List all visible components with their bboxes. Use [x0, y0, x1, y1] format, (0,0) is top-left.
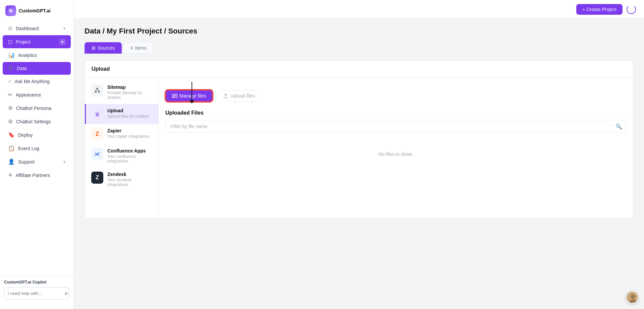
down-arrow	[190, 82, 194, 104]
upload-icon	[91, 108, 103, 120]
copilot-section: CustomGPT.ai Copilot ➤	[0, 275, 73, 304]
sidebar-nav: ⊙ Dashboard ▾ ◻ Project ▾ 📊 Analytics 🗄 …	[0, 21, 73, 275]
zapier-desc: Your zapier integrations.	[107, 134, 151, 139]
file-filter-input[interactable]	[165, 120, 626, 133]
main-panel: Upload	[85, 60, 633, 219]
appearance-icon: ✏	[8, 91, 12, 98]
zendesk-info: Zendesk Your zendesk integrations.	[107, 172, 153, 187]
search-icon: 🔍	[615, 123, 622, 130]
sidebar-item-affiliate-partners[interactable]: ✳ Affiliate Partners	[3, 169, 71, 182]
sidebar-settings-label: Chatbot Settings	[16, 119, 65, 124]
zapier-icon: Z	[91, 128, 103, 140]
confluence-info: Confluence Apps Your confluence integrat…	[107, 148, 153, 164]
upload-files-label: Upload files	[230, 93, 255, 99]
sidebar-item-chatbot-persona[interactable]: ⚙ Chatbot Persona	[3, 102, 71, 115]
zendesk-desc: Your zendesk integrations.	[107, 178, 153, 187]
avatar[interactable]	[626, 291, 639, 304]
sidebar-analytics-label: Analytics	[18, 53, 65, 58]
create-project-label: + Create Project	[582, 7, 616, 12]
upload-desc: Upload files for chatbot.	[107, 114, 150, 119]
zendesk-icon: Z	[91, 172, 103, 184]
sidebar: CustomGPT.ai ⊙ Dashboard ▾ ◻ Project ▾ 📊…	[0, 0, 74, 309]
sidebar-ask-label: Ask Me Anything	[15, 79, 65, 84]
sidebar-support-label: Support	[18, 159, 60, 165]
sidebar-data-label: Data	[17, 66, 65, 71]
manage-files-button[interactable]: Manage files	[165, 90, 213, 102]
dashboard-icon: ⊙	[8, 25, 12, 32]
sidebar-item-deploy[interactable]: 🔖 Deploy	[3, 128, 71, 141]
sitemap-icon	[91, 84, 103, 97]
items-tab-icon: ≡	[130, 45, 133, 51]
upload-info: Upload Upload files for chatbot.	[107, 108, 150, 119]
logo: CustomGPT.ai	[0, 5, 73, 21]
loading-indicator	[627, 5, 636, 14]
svg-rect-9	[172, 94, 177, 98]
copilot-input-wrap: ➤	[4, 287, 69, 300]
arrow-line	[192, 82, 192, 100]
ask-icon: ○	[8, 78, 11, 84]
panel-header: Upload	[85, 61, 633, 78]
breadcrumb: Data / My First Project / Sources	[85, 27, 633, 36]
arrow-head	[190, 100, 194, 104]
tab-sources[interactable]: ⊞ Sources	[85, 42, 122, 54]
sidebar-item-data[interactable]: 🗄 Data	[3, 62, 71, 75]
project-icon: ◻	[8, 39, 12, 45]
sidebar-item-appearance[interactable]: ✏ Appearance	[3, 88, 71, 101]
analytics-icon: 📊	[8, 52, 15, 58]
tab-items[interactable]: ≡ Items	[123, 42, 153, 54]
sidebar-item-project[interactable]: ◻ Project ▾	[3, 35, 71, 48]
sidebar-project-label: Project	[16, 39, 31, 45]
sidebar-item-dashboard[interactable]: ⊙ Dashboard ▾	[3, 22, 71, 35]
upload-files-button[interactable]: Upload files	[217, 90, 261, 102]
support-icon: 👤	[8, 159, 15, 165]
content-area: Data / My First Project / Sources ⊞ Sour…	[74, 19, 644, 309]
source-item-confluence[interactable]: Confluence Apps Your confluence integrat…	[85, 144, 158, 168]
action-buttons: Manage files Upload files	[165, 87, 626, 102]
affiliate-icon: ✳	[8, 172, 12, 178]
source-item-sitemap[interactable]: Sitemap Provide sitemap for chatbot.	[85, 80, 158, 104]
panel-body: Sitemap Provide sitemap for chatbot.	[85, 78, 633, 219]
sidebar-event-log-label: Event Log	[18, 146, 65, 151]
items-tab-label: Items	[135, 45, 147, 51]
source-item-zapier[interactable]: Z Zapier Your zapier integrations.	[85, 124, 158, 144]
copilot-input[interactable]	[8, 291, 64, 296]
sidebar-item-ask-me-anything[interactable]: ○ Ask Me Anything	[3, 75, 71, 88]
source-item-zendesk[interactable]: Z Zendesk Your zendesk integrations.	[85, 168, 158, 191]
svg-rect-2	[95, 91, 97, 92]
chevron-down-icon: ▾	[63, 26, 65, 31]
sidebar-item-chatbot-settings[interactable]: ⚙ Chatbot Settings	[3, 115, 71, 128]
sidebar-item-event-log[interactable]: 📋 Event Log	[3, 142, 71, 155]
svg-rect-1	[96, 88, 98, 89]
svg-rect-3	[98, 91, 100, 92]
no-files-message: No files to show.	[165, 138, 626, 170]
svg-point-11	[631, 294, 635, 299]
confluence-name: Confluence Apps	[107, 148, 153, 153]
zapier-name: Zapier	[107, 128, 151, 133]
uploaded-files-title: Uploaded Files	[165, 110, 626, 116]
deploy-icon: 🔖	[8, 132, 15, 138]
zendesk-name: Zendesk	[107, 172, 153, 177]
send-icon[interactable]: ➤	[64, 290, 68, 297]
sitemap-name: Sitemap	[107, 84, 153, 90]
sources-list: Sitemap Provide sitemap for chatbot.	[85, 78, 159, 219]
sidebar-persona-label: Chatbot Persona	[16, 106, 65, 111]
sidebar-item-analytics[interactable]: 📊 Analytics	[3, 49, 71, 62]
sources-right-pane: Manage files Upload files Uploaded Files	[159, 78, 633, 219]
source-item-upload[interactable]: Upload Upload files for chatbot.	[85, 104, 158, 124]
event-log-icon: 📋	[8, 145, 15, 151]
main-content: + Create Project Data / My First Project…	[74, 0, 644, 309]
sidebar-deploy-label: Deploy	[18, 132, 65, 138]
confluence-icon	[91, 148, 103, 160]
sitemap-desc: Provide sitemap for chatbot.	[107, 90, 153, 100]
upload-title: Upload	[92, 66, 110, 72]
project-dropdown-btn[interactable]: ▾	[59, 39, 65, 45]
filter-wrap: 🔍	[165, 120, 626, 133]
copilot-label: CustomGPT.ai Copilot	[4, 280, 69, 285]
sidebar-affiliate-label: Affiliate Partners	[16, 173, 65, 178]
create-project-button[interactable]: + Create Project	[576, 4, 623, 15]
upload-name: Upload	[107, 108, 150, 113]
tabs: ⊞ Sources ≡ Items	[85, 42, 633, 54]
data-icon: 🗄	[8, 65, 13, 71]
sidebar-item-support[interactable]: 👤 Support ▾	[3, 155, 71, 168]
topbar: + Create Project	[74, 0, 644, 19]
